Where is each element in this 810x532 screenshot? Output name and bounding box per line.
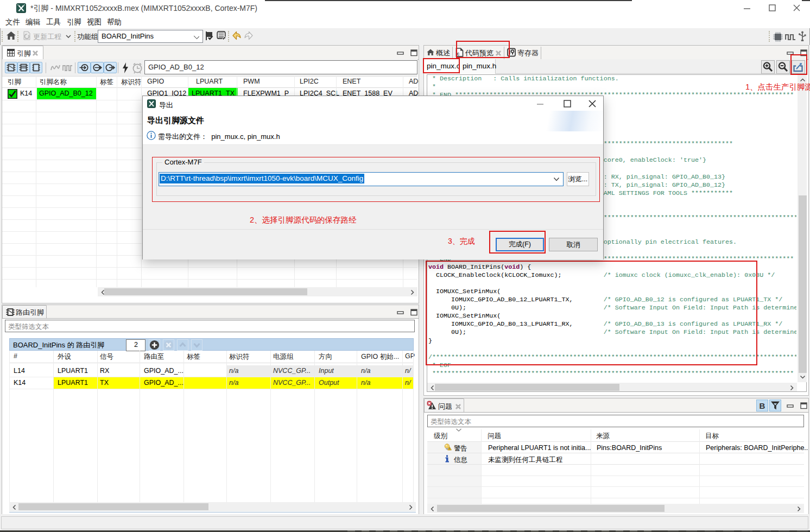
- svg-text:B: B: [760, 401, 765, 410]
